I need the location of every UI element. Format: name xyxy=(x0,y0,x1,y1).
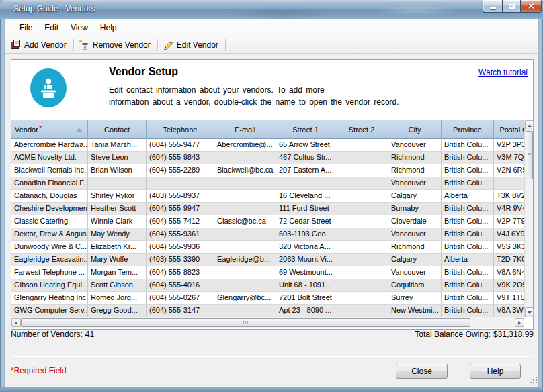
table-row[interactable]: Glengarry Heating Inc.Romeo Jorg...(604)… xyxy=(11,292,524,305)
maximize-button[interactable] xyxy=(502,0,521,13)
column-header-city[interactable]: City xyxy=(388,120,442,139)
table-cell: (604) 555-0267 xyxy=(147,292,214,304)
minimize-icon xyxy=(490,7,496,9)
table-row[interactable]: Gibson Heating Equi...Scott Gibson(604) … xyxy=(11,279,524,292)
column-header-street-2[interactable]: Street 2 xyxy=(335,120,388,139)
table-cell: 16 Cleveland ... xyxy=(276,190,335,202)
column-header-e-mail[interactable]: E-mail xyxy=(214,120,276,139)
menu-file[interactable]: File xyxy=(13,21,38,34)
scroll-right-button[interactable] xyxy=(515,318,524,327)
intro-description-line1: Edit contact information about your vend… xyxy=(109,85,325,95)
table-row[interactable]: Dextor, Drew & AngusMay Wendy(604) 555-9… xyxy=(11,228,524,241)
table-row[interactable]: Dunwoody Wire & C...Elizabeth Kr...(604)… xyxy=(11,241,524,254)
table-row[interactable]: Blackwell Rentals Inc.Brian Wilson(604) … xyxy=(11,164,524,177)
column-label: Street 1 xyxy=(292,126,319,134)
table-row[interactable]: Abercrombie Hardwa...Tania Marsh...(604)… xyxy=(11,139,524,152)
column-header-vendor[interactable]: Vendor* xyxy=(11,120,88,139)
table-cell: Burnaby xyxy=(388,203,442,215)
table-cell: V3M 7Q9 xyxy=(494,152,524,164)
total-balance-label: Total Balance Owing: xyxy=(415,330,491,339)
table-cell: (604) 555-9936 xyxy=(147,241,214,253)
vertical-scrollbar[interactable] xyxy=(524,120,533,317)
column-header-telephone[interactable]: Telephone xyxy=(147,120,214,139)
vendor-setup-panel: Vendor Setup Edit contact information ab… xyxy=(11,59,534,330)
table-cell: British Colu... xyxy=(442,177,494,189)
scroll-down-button[interactable] xyxy=(525,307,534,317)
scroll-left-button[interactable] xyxy=(11,318,21,327)
table-cell: Calgary xyxy=(388,254,442,266)
menu-view[interactable]: View xyxy=(65,21,94,34)
column-header-street-1[interactable]: Street 1 xyxy=(276,120,335,139)
table-cell: Dunwoody Wire & C... xyxy=(11,241,88,253)
table-cell: New Westmi... xyxy=(388,305,442,317)
table-cell: British Colu... xyxy=(442,152,494,164)
window-controls xyxy=(483,0,542,13)
table-cell: Heather Scott xyxy=(88,203,147,215)
table-cell xyxy=(214,241,276,253)
minimize-button[interactable] xyxy=(483,0,502,13)
close-window-button[interactable] xyxy=(521,0,542,13)
edit-vendor-button[interactable]: Edit Vendor xyxy=(161,38,222,52)
window-title: Setup Guide - Vendors xyxy=(13,4,95,13)
help-button[interactable]: Help xyxy=(470,364,521,379)
table-cell: (604) 555-9361 xyxy=(147,228,214,240)
menu-edit[interactable]: Edit xyxy=(38,21,65,34)
table-cell: V9T 1T5 xyxy=(494,292,524,304)
table-cell: Vancouver xyxy=(388,139,442,151)
table-cell: V2P 7T9 xyxy=(494,215,524,228)
table-cell: 111 Ford Street xyxy=(276,203,335,215)
column-header-province[interactable]: Province xyxy=(442,120,494,139)
table-row[interactable]: Catanach, DouglasShirley Rykor(403) 555-… xyxy=(11,190,524,203)
menu-help[interactable]: Help xyxy=(94,21,123,34)
table-cell xyxy=(214,228,276,240)
toolbar-separator xyxy=(157,39,158,51)
required-field-note: *Required Field xyxy=(11,366,67,375)
table-cell: Winnie Clark xyxy=(88,215,147,228)
arrow-down-icon xyxy=(528,311,532,314)
watch-tutorial-link[interactable]: Watch tutorial xyxy=(478,68,528,77)
toolbar-button-label: Remove Vendor xyxy=(93,40,151,50)
maximize-icon xyxy=(509,4,515,9)
table-cell: British Colu... xyxy=(442,305,494,317)
sort-ascending-icon xyxy=(77,128,82,132)
table-row[interactable]: Eagleridge Excavatin...Mary Wolfe(403) 5… xyxy=(11,254,524,266)
table-cell xyxy=(214,305,276,317)
table-row[interactable]: Canadian Financial F...VancouverBritish … xyxy=(11,177,524,190)
close-button[interactable]: Close xyxy=(396,364,448,379)
column-label: Province xyxy=(453,126,482,134)
table-cell: Gregg Good... xyxy=(88,305,147,317)
table-body: Abercrombie Hardwa...Tania Marsh...(604)… xyxy=(11,139,524,317)
resize-grip[interactable] xyxy=(530,377,538,385)
required-asterisk: * xyxy=(39,124,42,132)
vertical-scroll-thumb[interactable] xyxy=(526,131,533,179)
horizontal-scroll-thumb[interactable] xyxy=(21,318,470,327)
table-cell: Eagleridge@b... xyxy=(214,254,276,266)
column-header-contact[interactable]: Contact xyxy=(88,120,147,139)
vendor-count: Number of Vendors:41 xyxy=(11,330,94,339)
table-cell: Eagleridge Excavatin... xyxy=(11,254,88,266)
table-row[interactable]: Farwest Telephone ...Morgan Tem...(604) … xyxy=(11,266,524,279)
column-label: Vendor xyxy=(15,126,38,134)
table-row[interactable]: Classic CateringWinnie Clark(604) 555-74… xyxy=(11,215,524,228)
table-cell: (604) 555-9843 xyxy=(147,152,214,164)
vendor-count-label: Number of Vendors: xyxy=(11,330,83,339)
table-row[interactable]: ACME Novelty Ltd.Steve Leon(604) 555-984… xyxy=(11,152,524,164)
intro-description: Edit contact information about your vend… xyxy=(109,84,399,108)
add-vendor-button[interactable]: Add Vendor xyxy=(8,38,71,52)
title-bar[interactable]: Setup Guide - Vendors xyxy=(0,0,543,19)
table-cell: Romeo Jorg... xyxy=(88,292,147,304)
column-header-postal-code[interactable]: Postal Code xyxy=(494,120,524,139)
table-cell: Classic@bc.ca xyxy=(214,215,276,228)
remove-vendor-button[interactable]: Remove Vendor xyxy=(77,38,155,52)
scroll-up-button[interactable] xyxy=(525,120,534,130)
table-cell: V5S 3K1 xyxy=(494,241,524,253)
table-cell: Richmond xyxy=(388,152,442,164)
table-cell: (604) 555-7412 xyxy=(147,215,214,228)
table-cell: Surrey xyxy=(388,292,442,304)
remove-vendor-icon xyxy=(79,40,89,50)
horizontal-scrollbar[interactable] xyxy=(11,317,524,328)
table-cell: (604) 555-9947 xyxy=(147,203,214,215)
table-row[interactable]: GWG Computer Serv...Gregg Good...(604) 5… xyxy=(11,305,524,317)
table-row[interactable]: Cheshire DevelopmentHeather Scott(604) 5… xyxy=(11,203,524,215)
table-cell: British Colu... xyxy=(442,241,494,253)
